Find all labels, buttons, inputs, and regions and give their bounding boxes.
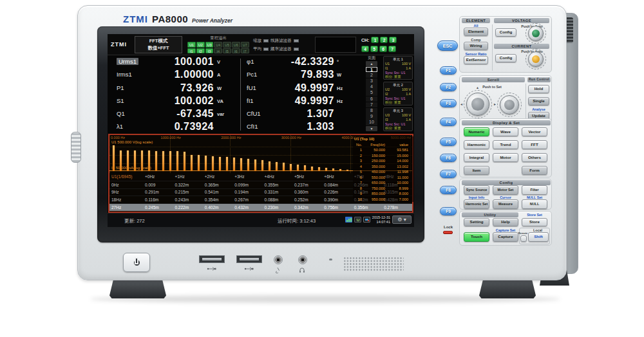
capture-button[interactable]: Capture bbox=[493, 232, 518, 242]
function-key-f3[interactable]: F3 bbox=[440, 99, 457, 107]
channel-button-4[interactable]: 4 bbox=[361, 46, 369, 52]
page-item-8[interactable]: 8 bbox=[366, 108, 377, 114]
config-button-motor-set[interactable]: Motor Set bbox=[493, 185, 518, 195]
measurement-row-cfi1[interactable]: CfI11.303 bbox=[244, 120, 343, 133]
current-config-button[interactable]: Config bbox=[495, 54, 516, 62]
measurement-row-fu1[interactable]: fU149.9997Hz bbox=[244, 82, 343, 95]
power-button[interactable] bbox=[123, 253, 150, 272]
page-item-3[interactable]: 3 bbox=[366, 78, 377, 84]
fft-bar bbox=[332, 168, 334, 171]
function-key-f9[interactable]: F9 bbox=[440, 207, 457, 215]
channel-button-3[interactable]: 3 bbox=[389, 37, 397, 43]
channel-button-5[interactable]: 5 bbox=[370, 46, 378, 52]
display-button-integral[interactable]: Integral bbox=[464, 153, 489, 162]
top10-row: 3250.00014.000 bbox=[354, 158, 412, 164]
page-item-9[interactable]: 9 bbox=[366, 114, 377, 120]
settings-menu-button[interactable]: ⚙ ▾ bbox=[392, 215, 412, 224]
channel-button-6[interactable]: 6 bbox=[379, 46, 387, 52]
config-button-null[interactable]: NULL bbox=[522, 199, 547, 209]
measurement-row-irms1[interactable]: Irms11.00000A bbox=[108, 68, 241, 81]
current-range-knob[interactable] bbox=[528, 51, 544, 67]
display-button-harmonic[interactable]: Harmonic bbox=[464, 140, 489, 149]
table-col-header: +4Hz bbox=[263, 174, 292, 179]
measurement-row-p1[interactable]: P173.926W bbox=[108, 82, 241, 95]
item-button[interactable]: Item bbox=[464, 166, 489, 175]
measurement-value: 0.73924 bbox=[175, 121, 214, 132]
ext-sensor-button[interactable]: ExtSensor bbox=[464, 56, 488, 64]
page-item-6[interactable]: 6 bbox=[366, 96, 377, 102]
form-button[interactable]: Form bbox=[522, 166, 547, 175]
measurement-label: fU1 bbox=[247, 84, 256, 91]
measurement-row-cfu1[interactable]: CfU11.307 bbox=[244, 107, 343, 120]
hold-button[interactable]: Hold bbox=[528, 85, 549, 93]
function-key-f5[interactable]: F5 bbox=[440, 138, 457, 146]
display-button-fft[interactable]: FFT bbox=[522, 140, 547, 149]
table-col-header: +1Hz bbox=[173, 174, 202, 179]
function-key-f6[interactable]: F6 bbox=[440, 154, 457, 162]
measurement-row-λ1[interactable]: λ10.73924 bbox=[108, 120, 241, 133]
page-item-5[interactable]: 5 bbox=[366, 90, 377, 96]
table-cell: 0.226m bbox=[322, 190, 352, 194]
help-button[interactable]: Help bbox=[493, 218, 518, 226]
page-down-icon[interactable]: ▼ bbox=[366, 126, 377, 131]
scroll-knob-2[interactable] bbox=[500, 95, 519, 114]
config-button-measure[interactable]: Measure bbox=[493, 199, 518, 209]
store-button[interactable]: Store bbox=[522, 218, 547, 226]
fft-bar bbox=[346, 170, 348, 171]
line-filter-indicator bbox=[294, 39, 299, 42]
fft-bar bbox=[339, 169, 341, 171]
measurement-row-s1[interactable]: S1100.002VA bbox=[108, 95, 241, 107]
shift-button[interactable]: Shift bbox=[528, 232, 549, 242]
measurement-row-φ1[interactable]: φ1-42.3329° bbox=[244, 55, 343, 68]
function-key-f1[interactable]: F1 bbox=[440, 66, 457, 75]
channel-button-2[interactable]: 2 bbox=[380, 37, 388, 43]
analyse-label: Analyse bbox=[528, 107, 549, 111]
config-button-sync-source[interactable]: Sync Source bbox=[464, 185, 489, 195]
display-button-trend[interactable]: Trend bbox=[493, 140, 518, 149]
measurement-row-fi1[interactable]: fI149.9997Hz bbox=[244, 95, 343, 107]
element-button[interactable]: Element bbox=[464, 28, 488, 36]
page-strip-title: 页面 bbox=[368, 55, 375, 60]
function-key-f7[interactable]: F7 bbox=[440, 170, 457, 178]
display-button-vector[interactable]: Vector bbox=[522, 127, 547, 136]
page-item-4[interactable]: 4 bbox=[366, 84, 377, 90]
overload-title: 量程溢出 bbox=[187, 35, 249, 41]
display-button-motor[interactable]: Motor bbox=[493, 153, 518, 162]
config-button-filter[interactable]: Filter bbox=[522, 185, 547, 195]
display-button-wave[interactable]: Wave bbox=[493, 127, 518, 136]
voltage-range-knob[interactable] bbox=[528, 26, 544, 41]
lcd-screen[interactable]: ZTMI FFT模式 数值+FFT 量程溢出 U1U2U3U4U5U6U7 I1… bbox=[108, 34, 414, 227]
channel-button-7[interactable]: 7 bbox=[388, 46, 396, 52]
brand-model: PA8000 bbox=[152, 14, 188, 24]
page-item-1[interactable]: 1 bbox=[366, 67, 377, 73]
display-button-numeric[interactable]: Numeric bbox=[464, 127, 489, 136]
setting-button[interactable]: Setting bbox=[464, 218, 489, 226]
page-item-7[interactable]: 7 bbox=[366, 102, 377, 108]
single-button[interactable]: Single bbox=[528, 97, 549, 105]
side-knob[interactable] bbox=[71, 132, 81, 163]
measurement-row-urms1[interactable]: Urms1100.001V bbox=[108, 55, 241, 68]
config-button-harmonic-set[interactable]: Harmonic Set bbox=[464, 199, 489, 209]
display-button-others[interactable]: Others bbox=[522, 153, 547, 162]
function-key-f4[interactable]: F4 bbox=[440, 118, 457, 126]
esc-key[interactable]: ESC bbox=[437, 41, 458, 51]
page-up-icon[interactable]: ▲ bbox=[366, 61, 377, 66]
channel-button-1[interactable]: 1 bbox=[371, 37, 379, 43]
measurement-row-pc1[interactable]: Pc179.893W bbox=[244, 68, 343, 81]
touch-button[interactable]: Touch bbox=[464, 232, 489, 242]
scroll-knob-1[interactable] bbox=[466, 93, 489, 116]
table-row-27hz[interactable]: 27Hz0.245m0.222m0.402m0.432m0.230m0.342m… bbox=[109, 203, 412, 211]
remote-key[interactable] bbox=[520, 235, 527, 242]
function-key-f2[interactable]: F2 bbox=[440, 83, 457, 91]
speaker-grille bbox=[343, 257, 404, 272]
fft-bar bbox=[240, 158, 242, 171]
voltage-config-button[interactable]: Config bbox=[495, 28, 516, 37]
wiring-button[interactable]: Wiring bbox=[464, 42, 488, 50]
function-key-f8[interactable]: F8 bbox=[440, 186, 457, 194]
measurement-label: CfU1 bbox=[247, 110, 261, 117]
page-item-10[interactable]: 10 bbox=[366, 120, 377, 125]
table-cell: 0.365m bbox=[203, 183, 232, 187]
measurement-row-q1[interactable]: Q1-67.345var bbox=[108, 107, 241, 120]
page-item-2[interactable]: 2 bbox=[366, 73, 377, 78]
table-row-label: 18Hz bbox=[109, 197, 143, 202]
